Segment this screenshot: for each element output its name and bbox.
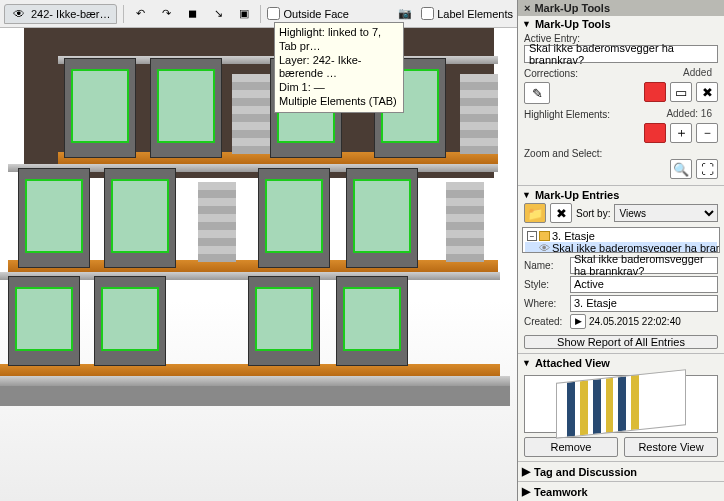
separator	[123, 5, 124, 23]
separator	[260, 5, 261, 23]
highlight-label: Highlight Elements:	[524, 109, 610, 120]
section-label: Teamwork	[534, 486, 588, 498]
section-label: Mark-Up Entries	[535, 189, 619, 201]
highlight-add-button[interactable]: ＋	[670, 123, 692, 143]
panel-title: × Mark-Up Tools	[518, 0, 724, 16]
view-tab[interactable]: 👁 242- Ikke-bær…	[4, 4, 117, 24]
view-tab-label: 242- Ikke-bær…	[31, 8, 110, 20]
entries-tree[interactable]: −3. Etasje 👁Skal ikke baderomsvegger ha …	[522, 227, 720, 252]
name-field[interactable]: Skal ikke baderomsvegger ha brannkrav?	[570, 257, 718, 274]
arrow-icon[interactable]: ↘	[208, 4, 228, 24]
sort-by-select[interactable]: Views	[614, 204, 718, 222]
corrections-added-label: Added	[683, 67, 718, 80]
where-field[interactable]: 3. Etasje	[570, 295, 718, 312]
tooltip-line: Layer: 242- Ikke-bærende …	[279, 54, 399, 82]
label-elements-toggle[interactable]: Label Elements	[421, 7, 513, 20]
element-tooltip: Highlight: linked to 7, Tab pr… Layer: 2…	[274, 22, 404, 113]
highlight-remove-button[interactable]: －	[696, 123, 718, 143]
active-entry-value: Skal ikke baderomsvegger ha brannkrav?	[529, 42, 713, 66]
close-icon[interactable]: ×	[524, 2, 530, 14]
model-viewport[interactable]: 👁 242- Ikke-bær… ↶ ↷ ◼ ↘ ▣ Outside Face …	[0, 0, 517, 501]
correction-swatch-red[interactable]	[644, 82, 666, 102]
tree-node[interactable]: −3. Etasje	[525, 230, 717, 242]
3d-scene[interactable]	[0, 28, 517, 501]
outside-face-label: Outside Face	[283, 8, 348, 20]
section-markup-entries[interactable]: ▼ Mark-Up Entries	[518, 187, 724, 203]
markup-panel: × Mark-Up Tools ▼ Mark-Up Tools Active E…	[517, 0, 724, 501]
view-toolbar: 👁 242- Ikke-bær… ↶ ↷ ◼ ↘ ▣ Outside Face …	[0, 0, 517, 28]
corrections-label: Corrections:	[524, 68, 578, 79]
style-field[interactable]: Active	[570, 276, 718, 293]
tooltip-line: Multiple Elements (TAB)	[279, 95, 399, 109]
midpoint-icon[interactable]: ▣	[234, 4, 254, 24]
section-label: Attached View	[535, 357, 610, 369]
tree-label: 3. Etasje	[552, 230, 595, 242]
sort-by-label: Sort by:	[576, 208, 610, 219]
active-entry-field[interactable]: Skal ikke baderomsvegger ha brannkrav?	[524, 45, 718, 63]
outside-face-checkbox[interactable]	[267, 7, 280, 20]
zoom-button[interactable]: 🔍	[670, 159, 692, 179]
created-value: 24.05.2015 22:02:40	[586, 316, 718, 327]
chevron-down-icon: ▼	[522, 190, 531, 200]
section-label: Mark-Up Tools	[535, 18, 611, 30]
tree-node[interactable]: 👁Skal ikke baderomsvegger ha brannkrav?	[525, 242, 717, 252]
chevron-right-icon: ▶	[522, 465, 530, 478]
correction-tool-2[interactable]: ✖	[696, 82, 718, 102]
camera-icon[interactable]: 📷	[395, 4, 415, 24]
attached-view-thumbnail[interactable]	[524, 375, 718, 433]
undo-button[interactable]: ↶	[130, 4, 150, 24]
highlight-swatch-red[interactable]	[644, 123, 666, 143]
tooltip-line: Dim 1: —	[279, 81, 399, 95]
eye-icon: 👁	[11, 6, 27, 22]
section-teamwork[interactable]: ▶ Teamwork	[518, 481, 724, 501]
new-entry-button[interactable]: 📁	[524, 203, 546, 223]
chevron-down-icon: ▼	[522, 19, 531, 29]
section-attached-view[interactable]: ▼ Attached View	[518, 355, 724, 371]
chevron-right-icon: ▶	[522, 485, 530, 498]
chevron-down-icon: ▼	[522, 358, 531, 368]
tree-label: Skal ikke baderomsvegger ha brannkrav?	[552, 242, 720, 252]
correction-tool-1[interactable]: ▭	[670, 82, 692, 102]
endpoint-icon[interactable]: ◼	[182, 4, 202, 24]
delete-entry-button[interactable]: ✖	[550, 203, 572, 223]
entry-form: Name:Skal ikke baderomsvegger ha brannkr…	[518, 255, 724, 333]
section-tag-discussion[interactable]: ▶ Tag and Discussion	[518, 461, 724, 481]
zoom-select-label: Zoom and Select:	[518, 147, 724, 159]
select-button[interactable]: ⛶	[696, 159, 718, 179]
tooltip-line: Highlight: linked to 7, Tab pr…	[279, 26, 399, 54]
folder-icon	[539, 231, 550, 241]
remove-view-button[interactable]: Remove	[524, 437, 618, 457]
restore-view-button[interactable]: Restore View	[624, 437, 718, 457]
entry-icon: 👁	[539, 242, 550, 252]
correction-cloud-button[interactable]: ✎	[524, 82, 550, 104]
section-markup-tools[interactable]: ▼ Mark-Up Tools	[518, 16, 724, 32]
highlight-added-label: Added: 16	[666, 108, 718, 121]
name-label: Name:	[524, 260, 570, 271]
style-label: Style:	[524, 279, 570, 290]
redo-button[interactable]: ↷	[156, 4, 176, 24]
label-elements-label: Label Elements	[437, 8, 513, 20]
panel-title-label: Mark-Up Tools	[534, 2, 610, 14]
section-label: Tag and Discussion	[534, 466, 637, 478]
outside-face-toggle[interactable]: Outside Face	[267, 7, 348, 20]
show-report-button[interactable]: Show Report of All Entries	[524, 335, 718, 349]
play-icon[interactable]: ▶	[570, 314, 586, 329]
created-label: Created:	[524, 316, 570, 327]
where-label: Where:	[524, 298, 570, 309]
collapse-icon[interactable]: −	[527, 231, 537, 241]
label-elements-checkbox[interactable]	[421, 7, 434, 20]
